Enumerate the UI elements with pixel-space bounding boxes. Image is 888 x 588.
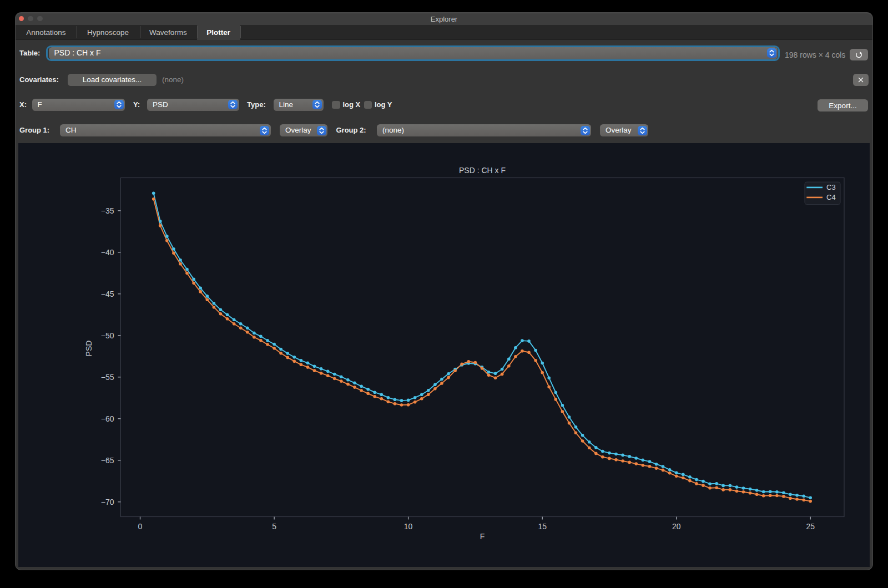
- svg-text:−65: −65: [101, 456, 114, 465]
- svg-text:F: F: [480, 532, 485, 541]
- svg-text:0: 0: [138, 522, 143, 531]
- svg-text:PSD : CH x F: PSD : CH x F: [459, 166, 506, 175]
- svg-text:C4: C4: [826, 193, 836, 201]
- svg-text:−50: −50: [101, 331, 114, 340]
- svg-text:−45: −45: [101, 290, 114, 298]
- svg-text:−70: −70: [101, 498, 114, 506]
- svg-text:C3: C3: [826, 183, 836, 191]
- svg-text:5: 5: [272, 522, 276, 531]
- svg-text:−40: −40: [101, 248, 114, 257]
- svg-text:PSD: PSD: [84, 341, 93, 357]
- svg-text:−35: −35: [101, 206, 114, 215]
- svg-text:15: 15: [538, 522, 547, 531]
- svg-text:25: 25: [806, 522, 815, 531]
- svg-text:−60: −60: [101, 414, 114, 423]
- svg-text:−55: −55: [101, 373, 114, 382]
- svg-text:10: 10: [404, 522, 413, 531]
- svg-text:20: 20: [672, 522, 681, 531]
